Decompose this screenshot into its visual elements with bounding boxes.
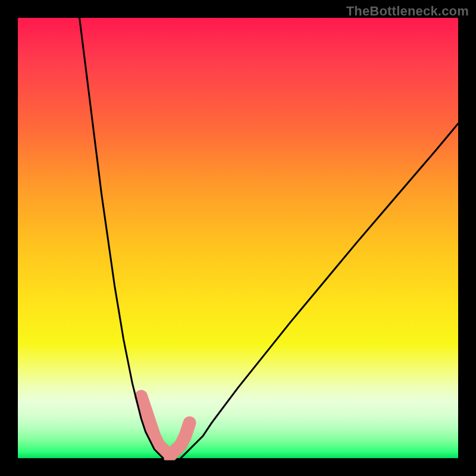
plot-area — [18, 18, 458, 458]
left-curve — [80, 18, 164, 458]
watermark-text: TheBottleneck.com — [346, 4, 469, 19]
chart-frame: TheBottleneck.com — [0, 0, 476, 476]
right-curve — [181, 124, 458, 458]
chart-svg — [18, 18, 458, 458]
marker-band — [141, 396, 189, 453]
